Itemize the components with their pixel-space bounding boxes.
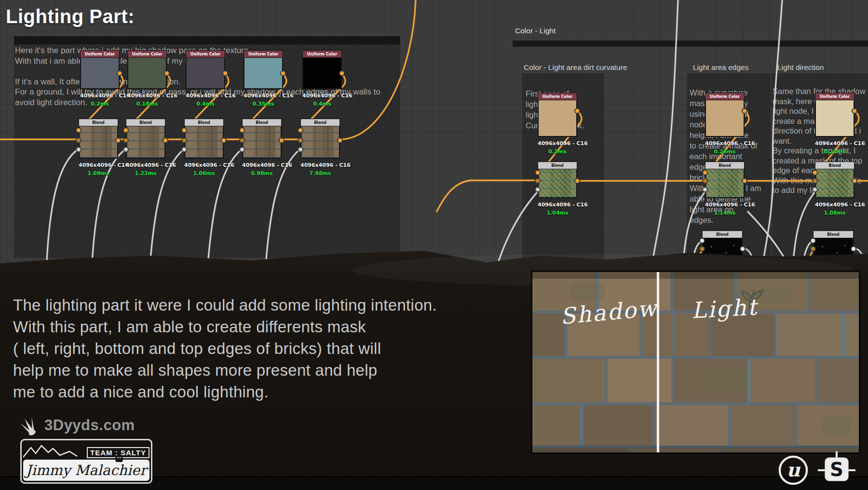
output-port[interactable] [337,137,343,143]
mask-input-port[interactable] [181,147,187,152]
blend-node[interactable]: Blend [702,231,743,263]
node-header: Uniform Color [186,50,225,58]
node-size-label: 4096x4096 - C16 [815,140,854,147]
node-header: Uniform Color [127,50,167,58]
input-port[interactable] [239,137,245,143]
uniform-color-node[interactable]: Uniform Color 4096x4096 - C160.4ms [186,50,225,107]
author-badge: TEAM : SALTY Jimmy Malachier [20,439,152,484]
node-header: Uniform Color [538,93,577,100]
node-thumbnail [126,126,165,159]
blend-node[interactable]: Blend 4096x4096 - C167.98ms [300,119,340,177]
blend-node[interactable]: Blend 4096x4096 - C161.04ms [538,162,577,216]
node-thumbnail [702,238,743,263]
output-port[interactable] [115,137,121,143]
node-thumbnail [127,58,167,89]
node-size-label: 4096x4096 - C16 [79,162,118,168]
site-name: 3Dyyds.com [44,417,135,434]
mask-input-port[interactable] [812,187,818,192]
output-port[interactable] [574,178,580,184]
output-port[interactable] [164,70,170,76]
app-canvas[interactable]: { "title": "Lighting Part:", "colors": {… [0,0,868,490]
node-thumbnail [302,58,342,89]
node-header: Blend [815,162,854,169]
node-time-label: 1.14ms [705,210,745,216]
input-port[interactable] [812,170,818,176]
svg-text:S: S [830,459,843,480]
input-port[interactable] [810,246,816,252]
node-time-label: 1.22ms [126,170,165,177]
input-port[interactable] [702,178,708,184]
input-port[interactable] [123,137,129,143]
blend-node[interactable]: Blend [813,231,854,263]
input-port[interactable] [702,170,708,176]
group-label-dirt-curvature: Color - Light area dirt curvature [524,63,627,72]
output-port[interactable] [280,70,286,76]
output-port[interactable] [742,108,747,114]
node-header: Blend [702,231,743,238]
uniform-color-node[interactable]: Uniform Color 4096x4096 - C160.2ms [538,93,577,155]
node-time-label: 0.98ms [242,170,282,177]
input-port[interactable] [810,238,816,244]
node-time-label: 0.2ms [80,101,120,107]
blend-node[interactable]: Blend 4096x4096 - C161.22ms [126,119,165,177]
uniform-color-node[interactable]: Uniform Color 4096x4096 - C160.18ms [127,50,167,107]
input-port[interactable] [699,238,705,244]
substance-designer-icon: S [817,450,856,490]
output-port[interactable] [852,108,857,114]
node-header: Uniform Color [244,50,283,58]
blend-node[interactable]: Blend 4096x4096 - C160.98ms [242,119,282,177]
uniform-color-node[interactable]: Uniform Color 4096x4096 - C160.4ms [302,50,342,107]
mask-input-port[interactable] [535,187,541,192]
output-port[interactable] [852,178,857,184]
mask-input-port[interactable] [76,147,81,152]
mask-input-port[interactable] [123,147,129,152]
input-port[interactable] [298,137,303,143]
output-port[interactable] [117,70,122,76]
node-size-label: 4096x4096 - C16 [302,93,342,99]
blend-node[interactable]: Blend 4096x4096 - C161.06ms [184,119,224,177]
node-size-label: 4096x4096 - C16 [538,202,577,208]
mask-input-port[interactable] [702,187,708,192]
input-port[interactable] [181,127,187,133]
node-size-label: 4096x4096 - C16 [184,162,224,168]
uniform-color-node[interactable]: Uniform Color 4096x4096 - C160.23ms [815,93,854,155]
output-port[interactable] [740,246,746,252]
node-thumbnail [705,169,745,198]
node-time-label: 0.2ms [538,149,577,155]
mask-input-port[interactable] [239,147,245,152]
uniform-color-node[interactable]: Uniform Color 4096x4096 - C160.2ms [80,50,120,107]
mask-input-port[interactable] [298,147,303,152]
output-port[interactable] [163,137,168,143]
output-port[interactable] [339,70,345,76]
unreal-engine-icon: u [777,454,809,488]
node-thumbnail [244,58,283,89]
shadow-light-divider [657,272,659,452]
texture-preview-image: Shadow Light [531,271,860,453]
input-port[interactable] [76,127,81,133]
input-port[interactable] [298,127,303,133]
output-port[interactable] [221,137,227,143]
blend-node[interactable]: Blend 4096x4096 - C161.08ms [815,162,854,216]
output-port[interactable] [279,137,285,143]
input-port[interactable] [535,170,541,176]
output-port[interactable] [851,246,856,252]
node-time-label: 0.23ms [815,149,854,155]
node-header: Blend [538,162,577,169]
uniform-color-node[interactable]: Uniform Color 4096x4096 - C160.35ms [244,50,283,107]
output-port[interactable] [222,70,228,76]
node-thumbnail [242,126,282,159]
blend-node[interactable]: Blend 4096x4096 - C161.09ms [79,119,118,177]
blend-node[interactable]: Blend 4096x4096 - C161.14ms [705,162,745,216]
node-header: Uniform Color [302,50,342,58]
uniform-color-node[interactable]: Uniform Color 4096x4096 - C160.26ms [705,93,745,155]
input-port[interactable] [535,178,541,184]
input-port[interactable] [239,127,245,133]
output-port[interactable] [574,108,580,114]
input-port[interactable] [123,127,129,133]
shuttlecock-icon [20,415,41,436]
input-port[interactable] [812,178,818,184]
input-port[interactable] [76,137,81,143]
input-port[interactable] [181,137,187,143]
input-port[interactable] [699,246,705,252]
output-port[interactable] [742,178,747,184]
